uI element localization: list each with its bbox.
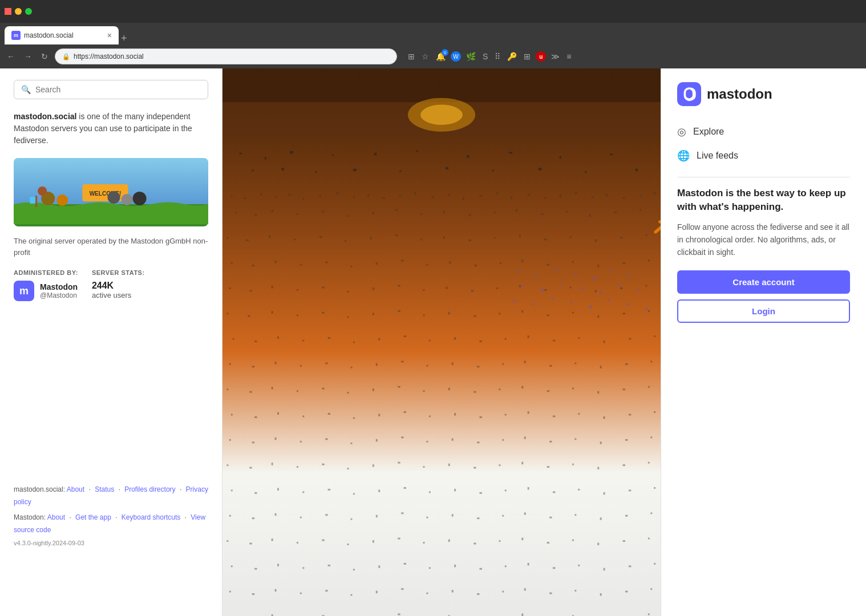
svg-rect-282 [572,464,574,465]
svg-point-39 [420,105,463,125]
svg-rect-255 [350,443,352,444]
svg-rect-148 [373,287,374,290]
footer-keyboard-link[interactable]: Keyboard shortcuts [122,513,180,521]
svg-rect-94 [373,212,374,214]
footer-profiles-link[interactable]: Profiles directory [124,485,175,493]
footer-about-link[interactable]: About [67,485,84,493]
extension2-icon[interactable]: S [481,50,489,63]
svg-rect-365 [401,588,403,590]
extension4-icon[interactable]: ⊞ [522,50,532,63]
svg-rect-371 [549,593,552,594]
svg-rect-370 [524,588,526,590]
svg-rect-342 [277,564,279,566]
create-account-button[interactable]: Create account [677,270,850,294]
apps-icon[interactable]: ⊞ [406,50,416,63]
tab-favicon: m [11,31,21,40]
svg-rect-68 [353,196,355,198]
svg-rect-306 [275,513,277,516]
tab-close-btn[interactable]: × [107,31,112,40]
bookmark-star-icon[interactable]: ☆ [420,50,431,63]
live-feeds-nav-item[interactable]: 🌐 Live feeds [677,144,850,168]
explore-nav-item[interactable]: ◎ Explore [677,120,850,144]
svg-point-5 [56,194,68,206]
server-name: mastodon.social [14,112,76,121]
svg-rect-182 [328,337,330,339]
svg-rect-169 [448,312,450,314]
search-container: 🔍 [14,80,208,99]
svg-rect-82 [574,192,577,194]
main-layout: 🔍 mastodon.social is one of the many ind… [0,68,866,616]
svg-rect-355 [604,568,605,570]
svg-rect-185 [404,335,406,337]
footer-get-app-link[interactable]: Get the app [75,513,111,521]
active-tab[interactable]: m mastodon.social × [5,26,119,44]
svg-rect-207 [502,363,504,365]
admin-name: Mastodon [40,282,78,291]
forward-btn[interactable]: → [22,50,34,63]
svg-rect-163 [297,314,298,316]
wallet-icon[interactable]: W [451,51,461,62]
mastodon-logo: mastodon [677,82,850,106]
svg-rect-113 [395,234,398,236]
menu-icon[interactable]: ≡ [565,50,573,63]
svg-rect-76 [479,195,481,197]
svg-rect-319 [600,517,602,520]
svg-rect-107 [246,240,248,241]
cta-heading: Mastodon is the best way to keep up with… [677,187,850,214]
svg-rect-393 [648,614,650,615]
more-tools-icon[interactable]: ≫ [549,50,561,63]
back-btn[interactable]: ← [5,50,17,63]
svg-rect-110 [319,236,322,238]
svg-rect-92 [322,211,324,213]
svg-rect-273 [347,468,349,469]
svg-rect-275 [398,462,400,464]
extension3-icon[interactable]: ⠿ [493,50,502,63]
svg-rect-230 [623,388,625,390]
svg-rect-49 [610,153,612,155]
svg-rect-563 [534,275,536,277]
svg-rect-150 [423,289,425,291]
svg-rect-268 [226,464,228,466]
extension1-icon[interactable]: 🌿 [464,50,477,63]
welcome-banner: WELCOME! [14,158,208,226]
svg-rect-286 [231,489,233,491]
svg-rect-53 [353,169,357,171]
svg-rect-229 [597,391,599,394]
svg-rect-326 [322,540,324,541]
refresh-btn[interactable]: ↻ [39,50,50,63]
svg-rect-78 [511,196,512,198]
svg-rect-576 [513,300,516,302]
notifications-icon[interactable]: 🔔0 [434,50,447,63]
close-window-btn[interactable] [5,8,11,15]
footer-status-link[interactable]: Status [95,485,114,493]
svg-rect-368 [477,593,479,595]
svg-rect-360 [275,589,277,591]
address-bar[interactable]: 🔒 https://mastodon.social [55,48,397,64]
svg-rect-108 [269,235,270,237]
banner-svg: WELCOME! [14,158,208,224]
login-button[interactable]: Login [677,299,850,323]
maximize-window-btn[interactable] [25,8,32,15]
extension5-icon[interactable]: u [536,51,546,62]
footer-mastodon-about-link[interactable]: About [47,513,65,521]
svg-rect-45 [416,150,418,152]
svg-rect-239 [404,411,406,413]
svg-rect-346 [378,565,380,568]
svg-rect-96 [420,213,422,215]
search-input[interactable] [35,85,201,94]
svg-rect-168 [423,314,425,316]
stats-users: active users [92,291,145,299]
key-icon[interactable]: 🔑 [505,50,519,63]
browser-controls: ← → ↻ 🔒 https://mastodon.social ⊞ ☆ 🔔0 W… [0,44,866,68]
svg-rect-61 [244,197,246,199]
minimize-window-btn[interactable] [15,8,22,15]
svg-rect-170 [474,315,476,317]
svg-rect-281 [547,466,549,468]
svg-rect-194 [629,338,631,340]
svg-rect-175 [597,315,599,318]
svg-rect-180 [277,337,279,339]
server-tagline: The original server operated by the Mast… [14,236,208,258]
new-tab-btn[interactable]: + [121,33,127,44]
svg-rect-60 [231,195,233,197]
svg-rect-202 [376,363,378,366]
